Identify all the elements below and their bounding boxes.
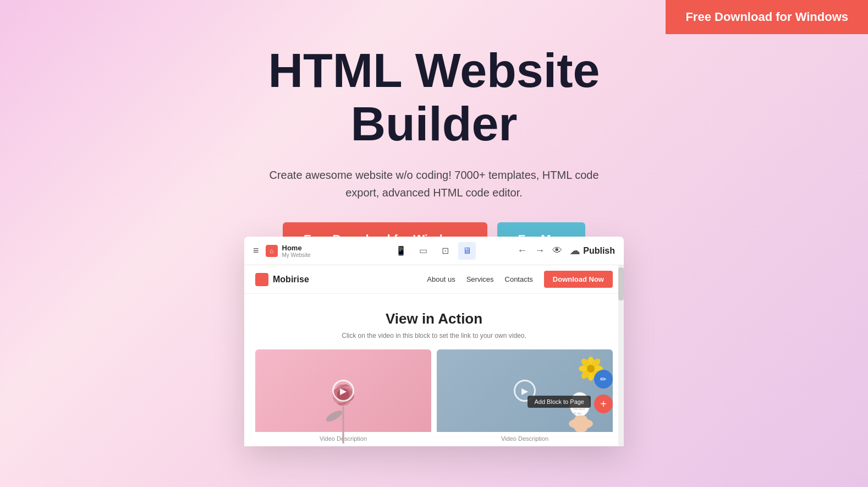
brand-icon bbox=[255, 273, 268, 286]
preview-button[interactable]: 👁 bbox=[552, 245, 562, 256]
top-cta-button[interactable]: Free Download for Windows bbox=[666, 0, 868, 34]
home-tab-sublabel: My Website bbox=[282, 252, 311, 258]
inner-nav: Mobirise About us Services Contacts Down… bbox=[244, 265, 624, 294]
section-subtitle: Click on the video in this block to set … bbox=[255, 332, 613, 340]
redo-button[interactable]: → bbox=[535, 245, 545, 256]
nav-about[interactable]: About us bbox=[427, 275, 455, 283]
hero-subtitle: Create awesome website w/o coding! 7000+… bbox=[252, 166, 616, 201]
publish-icon: ☁ bbox=[570, 245, 580, 257]
scrollbar[interactable] bbox=[618, 265, 624, 446]
video-thumb-pink: ▶ bbox=[255, 349, 431, 432]
hamburger-icon[interactable]: ≡ bbox=[253, 245, 259, 256]
play-button-1[interactable]: ▶ bbox=[332, 380, 354, 402]
tablet-view-button[interactable]: ▭ bbox=[414, 242, 432, 260]
toolbar-device-switcher: 📱 ▭ ⊡ 🖥 bbox=[392, 242, 476, 260]
video-thumb-blue: If you the best of my own life ▶ bbox=[437, 349, 613, 432]
add-fab-button[interactable]: + bbox=[594, 395, 613, 413]
svg-point-6 bbox=[325, 408, 344, 424]
app-brand: Mobirise bbox=[255, 273, 427, 286]
toolbar-left: ≡ Home My Website bbox=[253, 244, 392, 258]
hero-section: HTML Website Builder Create awesome webs… bbox=[0, 0, 868, 256]
home-page-icon bbox=[266, 245, 278, 257]
undo-button[interactable]: ← bbox=[517, 245, 527, 256]
section-title: View in Action bbox=[255, 310, 613, 327]
svg-rect-23 bbox=[574, 415, 587, 432]
home-tab[interactable]: Home My Website bbox=[266, 244, 311, 258]
nav-download-button[interactable]: Download Now bbox=[544, 271, 613, 288]
app-toolbar: ≡ Home My Website 📱 ▭ ⊡ 🖥 ← → 👁 ☁ Publis… bbox=[244, 237, 624, 265]
inner-nav-links: About us Services Contacts Download Now bbox=[427, 271, 613, 288]
app-preview: ≡ Home My Website 📱 ▭ ⊡ 🖥 ← → 👁 ☁ Publis… bbox=[244, 237, 624, 446]
scrollbar-thumb[interactable] bbox=[618, 267, 624, 300]
video-desc-2: Video Description bbox=[437, 432, 613, 446]
publish-button[interactable]: ☁ Publish bbox=[570, 245, 615, 257]
svg-text:of my: of my bbox=[573, 412, 581, 415]
publish-label: Publish bbox=[583, 246, 615, 256]
brand-name: Mobirise bbox=[273, 275, 309, 284]
toolbar-right: ← → 👁 ☁ Publish bbox=[476, 245, 615, 257]
add-block-bar[interactable]: Add Block to Page bbox=[528, 396, 591, 408]
home-tab-label: Home bbox=[282, 244, 311, 252]
video-card-1: ▶ Video Description bbox=[255, 349, 431, 446]
hero-title: HTML Website Builder bbox=[214, 44, 654, 151]
edit-fab-button[interactable]: ✏ bbox=[594, 370, 613, 388]
home-tab-text: Home My Website bbox=[282, 244, 311, 258]
small-desktop-view-button[interactable]: ⊡ bbox=[436, 242, 454, 260]
desktop-view-button[interactable]: 🖥 bbox=[458, 242, 476, 260]
nav-contacts[interactable]: Contacts bbox=[505, 275, 533, 283]
mobile-view-button[interactable]: 📱 bbox=[392, 242, 410, 260]
nav-services[interactable]: Services bbox=[466, 275, 494, 283]
app-content: View in Action Click on the video in thi… bbox=[244, 294, 624, 446]
